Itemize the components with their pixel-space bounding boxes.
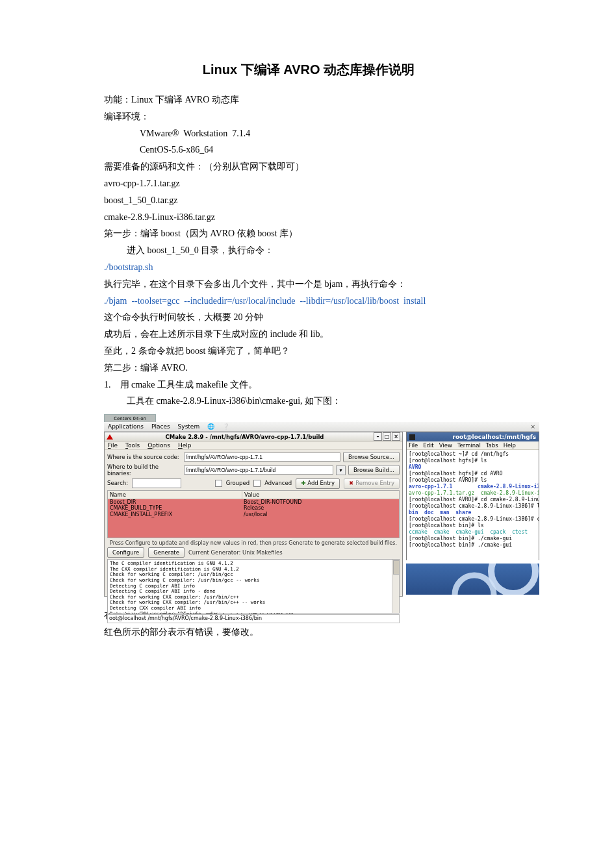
panel-help-icon[interactable]: ❔	[222, 423, 229, 430]
add-entry-button[interactable]: ✚Add Entry	[296, 478, 340, 489]
current-generator-label: Current Generator: Unix Makefiles	[188, 549, 283, 556]
cache-row[interactable]: CMAKE_INSTALL_PREFIX/usr/local	[108, 512, 399, 518]
env1: VMware® Workstation 7.1.4	[104, 126, 513, 142]
step2-bullet: 1. 用 cmake 工具生成 makefile 文件。	[104, 377, 513, 393]
wallpaper-curve	[406, 564, 539, 595]
env-label: 编译环境：	[104, 109, 513, 125]
step1-after1: 执行完毕，在这个目录下会多出几个文件，其中一个是 bjam，再执行命令：	[104, 277, 513, 292]
cmake-titlebar: CMake 2.8.9 - /mnt/hgfs/AVRO/avro-cpp-1.…	[105, 432, 402, 441]
status-path: oot@localhost /mnt/hgfs/AVRO/cmake-2.8.9…	[107, 614, 400, 623]
step2-sub: 工具在 cmake-2.8.9-Linux-i386\bin\cmake-gui…	[104, 393, 513, 409]
terminal-icon	[409, 434, 415, 440]
cache-row[interactable]: CMAKE_BUILD_TYPERelease	[108, 505, 399, 512]
screenshot: Centers 04-on Applications Places System…	[104, 414, 539, 601]
grouped-checkbox[interactable]	[215, 480, 222, 487]
maximize-button[interactable]: □	[383, 432, 391, 441]
step2-head: 第二步：编译 AVRO.	[104, 360, 513, 376]
cache-row[interactable]: Boost_DIRBoost_DIR-NOTFOUND	[108, 499, 399, 506]
grouped-label: Grouped	[226, 480, 250, 486]
cmake-window: CMake 2.8.9 - /mnt/hgfs/AVRO/avro-cpp-1.…	[104, 432, 403, 597]
menu-places[interactable]: Places	[151, 423, 170, 430]
term-menu-tabs[interactable]: Tabs	[486, 442, 498, 449]
term-menu-view[interactable]: View	[439, 442, 452, 449]
cache-table: Name Value Boost_DIRBoost_DIR-NOTFOUNDCM…	[107, 490, 400, 538]
terminal-title: root@localhost:/mnt/hgfs	[418, 434, 536, 441]
menu-help[interactable]: Help	[178, 442, 192, 449]
remove-entry-button[interactable]: ✖Remove Entry	[344, 478, 400, 489]
search-input[interactable]	[132, 478, 181, 488]
browse-build-button[interactable]: Browse Build...	[348, 465, 400, 475]
func-line: 功能：Linux 下编译 AVRO 动态库	[104, 92, 513, 108]
panel-globe-icon[interactable]: 🌐	[207, 423, 214, 430]
src-label: Where is the source code:	[107, 454, 181, 460]
tail2: 红色所示的部分表示有错误，要修改。	[104, 625, 513, 640]
menu-system[interactable]: System	[178, 423, 200, 430]
cmd-bjam: ./bjam --toolset=gcc --includedir=/usr/l…	[104, 293, 513, 309]
step1-after2b: 成功后，会在上述所示目录下生成对应的 include 和 lib。	[104, 327, 513, 342]
step1-head: 第一步：编译 boost（因为 AVRO 依赖 boost 库）	[104, 226, 513, 242]
minimize-button[interactable]: –	[374, 432, 382, 441]
col-value[interactable]: Value	[242, 491, 399, 499]
advanced-label: Advanced	[264, 480, 292, 486]
document-page: Linux 下编译 AVRO 动态库操作说明 功能：Linux 下编译 AVRO…	[0, 0, 614, 868]
cmd-bootstrap: ./bootstrap.sh	[104, 260, 513, 275]
step1-after2a: 这个命令执行时间较长，大概要 20 分钟	[104, 310, 513, 325]
menu-options[interactable]: Options	[147, 442, 170, 449]
file3: cmake-2.8.9-Linux-i386.tar.gz	[104, 210, 513, 225]
browse-source-button[interactable]: Browse Source...	[343, 452, 400, 462]
panel-close-icon[interactable]: ×	[530, 423, 535, 430]
step1-after2c: 至此，2 条命令就把 boost 编译完了，简单吧？	[104, 343, 513, 359]
src-input[interactable]	[184, 453, 340, 462]
bin-dropdown-icon[interactable]: ▾	[336, 465, 346, 475]
terminal-menubar: File Edit View Terminal Tabs Help	[407, 441, 539, 450]
bin-input[interactable]	[184, 465, 333, 475]
output-scrollbar[interactable]	[392, 560, 399, 613]
term-menu-help[interactable]: Help	[504, 442, 516, 449]
term-menu-edit[interactable]: Edit	[423, 442, 433, 449]
svg-point-0	[491, 564, 535, 593]
term-menu-file[interactable]: File	[409, 442, 418, 449]
file1: avro-cpp-1.7.1.tar.gz	[104, 176, 513, 192]
term-menu-terminal[interactable]: Terminal	[457, 442, 481, 449]
search-label: Search:	[107, 480, 128, 486]
configure-hint: Press Configure to update and display ne…	[107, 540, 400, 547]
advanced-checkbox[interactable]	[253, 480, 261, 487]
cmake-logo-icon	[107, 434, 113, 440]
doc-title: Linux 下编译 AVRO 动态库操作说明	[104, 58, 513, 81]
env2: CentOS-5.6-x86_64	[104, 142, 513, 158]
configure-button[interactable]: Configure	[107, 547, 144, 558]
generate-button[interactable]: Generate	[148, 547, 185, 558]
cmake-output: The C compiler identification is GNU 4.1…	[107, 559, 400, 614]
menu-tools[interactable]: Tools	[125, 442, 140, 449]
file2: boost_1_50_0.tar.gz	[104, 193, 513, 208]
col-name[interactable]: Name	[108, 491, 242, 499]
menu-applications[interactable]: Applications	[108, 423, 144, 430]
terminal-window: root@localhost:/mnt/hgfs File Edit View …	[406, 432, 539, 560]
cmake-title: CMake 2.8.9 - /mnt/hgfs/AVRO/avro-cpp-1.…	[116, 434, 373, 440]
terminal-titlebar: root@localhost:/mnt/hgfs	[407, 432, 539, 441]
cmake-menubar: File Tools Options Help	[105, 441, 402, 450]
svg-point-1	[455, 575, 494, 595]
need-label: 需要准备的源码和文件：（分别从官网下载即可）	[104, 159, 513, 175]
gnome-panel: Applications Places System 🌐 ❔ ×	[104, 422, 539, 432]
menu-file[interactable]: File	[108, 442, 118, 449]
step1-sub: 进入 boost_1_50_0 目录，执行命令：	[104, 243, 513, 258]
bin-label: Where to build the binaries:	[107, 464, 181, 477]
close-button[interactable]: ×	[392, 432, 400, 441]
terminal-body[interactable]: [root@localhost ~]# cd /mnt/hgfs[root@lo…	[407, 450, 539, 562]
